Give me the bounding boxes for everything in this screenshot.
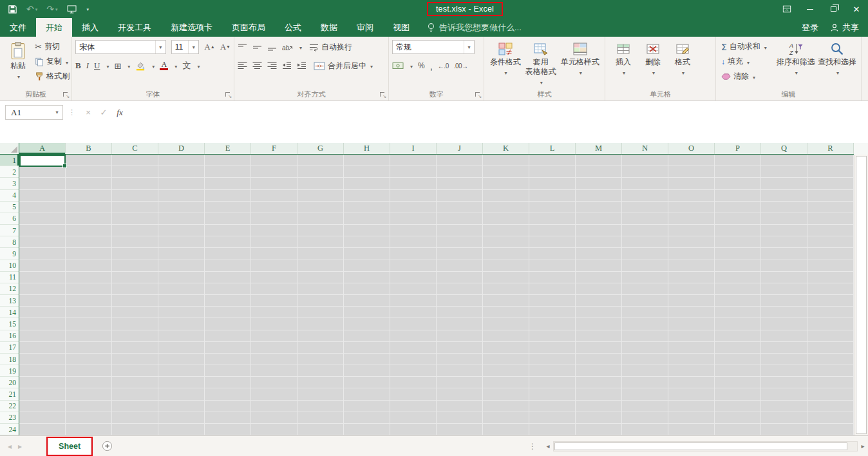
wrap-text-button[interactable]: 自动换行 bbox=[307, 41, 354, 53]
row-header-22[interactable]: 22 bbox=[0, 401, 19, 412]
row-header-9[interactable]: 9 bbox=[0, 248, 19, 260]
copy-dropdown[interactable] bbox=[66, 57, 68, 66]
tab-data[interactable]: 数据 bbox=[311, 18, 347, 37]
cell-styles-dropdown[interactable] bbox=[580, 68, 582, 77]
decrease-decimal-button[interactable]: .00→ bbox=[454, 62, 468, 70]
decrease-indent-button[interactable] bbox=[282, 62, 292, 70]
row-header-2[interactable]: 2 bbox=[0, 166, 19, 178]
align-middle-button[interactable] bbox=[252, 43, 262, 52]
cut-button[interactable]: ✂剪切 bbox=[33, 41, 71, 53]
column-header-C[interactable]: C bbox=[112, 143, 158, 154]
conditional-formatting-dropdown[interactable] bbox=[505, 68, 507, 77]
row-header-15[interactable]: 15 bbox=[0, 318, 19, 330]
row-header-4[interactable]: 4 bbox=[0, 190, 19, 202]
format-cells-button[interactable]: 格式 bbox=[668, 39, 697, 79]
horizontal-scrollbar-track[interactable] bbox=[553, 441, 858, 451]
insert-cells-dropdown[interactable] bbox=[623, 68, 625, 77]
touch-mode-button[interactable] bbox=[67, 5, 77, 14]
cells-grid[interactable] bbox=[19, 155, 854, 435]
align-right-button[interactable] bbox=[267, 62, 277, 70]
alignment-dialog-launcher[interactable] bbox=[379, 91, 386, 99]
undo-button[interactable]: ↶▾ bbox=[26, 5, 37, 14]
sort-filter-button[interactable]: AZ 排序和筛选 bbox=[775, 39, 816, 79]
tab-view[interactable]: 视图 bbox=[383, 18, 419, 37]
column-header-N[interactable]: N bbox=[622, 143, 668, 154]
restore-button[interactable] bbox=[822, 0, 845, 18]
row-header-21[interactable]: 21 bbox=[0, 388, 19, 400]
conditional-formatting-button[interactable]: 条件格式 bbox=[487, 39, 523, 79]
tab-home[interactable]: 开始 bbox=[36, 18, 72, 37]
tab-page-layout[interactable]: 页面布局 bbox=[222, 18, 275, 37]
accounting-dropdown[interactable] bbox=[410, 61, 413, 70]
horizontal-scrollbar[interactable]: ◂ ▸ bbox=[543, 441, 868, 451]
fill-color-button[interactable] bbox=[135, 61, 146, 71]
underline-button[interactable]: U bbox=[94, 61, 100, 71]
fill-button[interactable]: ↓填充 bbox=[719, 55, 775, 68]
insert-cells-button[interactable]: 插入 bbox=[609, 39, 638, 79]
phonetic-dropdown[interactable] bbox=[197, 61, 200, 70]
find-select-dropdown[interactable] bbox=[836, 68, 839, 77]
row-header-12[interactable]: 12 bbox=[0, 283, 19, 295]
autosum-button[interactable]: Σ自动求和 bbox=[719, 41, 775, 53]
autosum-dropdown[interactable] bbox=[764, 43, 767, 52]
row-header-17[interactable]: 17 bbox=[0, 342, 19, 354]
orientation-dropdown[interactable] bbox=[299, 43, 302, 52]
grow-font-button[interactable]: A▲ bbox=[204, 42, 214, 52]
column-header-K[interactable]: K bbox=[483, 143, 529, 154]
align-left-button[interactable] bbox=[238, 62, 247, 70]
column-header-H[interactable]: H bbox=[344, 143, 390, 154]
paste-dropdown[interactable] bbox=[17, 71, 20, 81]
row-header-1[interactable]: 1 bbox=[0, 155, 19, 166]
insert-function-button[interactable]: fx bbox=[111, 108, 128, 118]
cell-styles-button[interactable]: 单元格样式 bbox=[558, 39, 601, 79]
scroll-left-button[interactable]: ◂ bbox=[543, 442, 553, 450]
tell-me-box[interactable]: 告诉我您想要做什么... bbox=[427, 18, 522, 37]
column-header-J[interactable]: J bbox=[437, 143, 483, 154]
sort-filter-dropdown[interactable] bbox=[795, 68, 798, 77]
formula-splitter[interactable]: ⋮ bbox=[68, 108, 75, 117]
delete-cells-dropdown[interactable] bbox=[652, 68, 655, 77]
shrink-font-button[interactable]: A▼ bbox=[220, 42, 231, 52]
clear-button[interactable]: 清除 bbox=[719, 70, 775, 82]
format-as-table-dropdown[interactable] bbox=[540, 77, 543, 86]
column-header-B[interactable]: B bbox=[66, 143, 112, 154]
fill-dropdown[interactable] bbox=[747, 57, 750, 66]
bold-button[interactable]: B bbox=[75, 61, 81, 71]
underline-dropdown[interactable] bbox=[106, 61, 109, 70]
format-as-table-button[interactable]: 套用 表格格式 bbox=[523, 39, 558, 88]
tab-formulas[interactable]: 公式 bbox=[275, 18, 311, 37]
font-size-dropdown[interactable] bbox=[188, 41, 198, 53]
font-name-combo[interactable]: 宋体 bbox=[75, 40, 166, 54]
vertical-scrollbar-thumb[interactable] bbox=[856, 156, 867, 434]
borders-button[interactable]: ⊞ bbox=[114, 61, 121, 71]
row-header-23[interactable]: 23 bbox=[0, 412, 19, 424]
format-painter-button[interactable]: 格式刷 bbox=[33, 70, 71, 82]
row-header-6[interactable]: 6 bbox=[0, 213, 19, 225]
borders-dropdown[interactable] bbox=[127, 61, 130, 70]
align-top-button[interactable] bbox=[238, 43, 247, 52]
formula-input[interactable] bbox=[133, 105, 867, 120]
copy-button[interactable]: 复制 bbox=[33, 55, 71, 68]
phonetic-guide-button[interactable]: 文 bbox=[182, 60, 191, 71]
number-format-dropdown[interactable] bbox=[464, 41, 474, 53]
paste-button[interactable]: 粘贴 bbox=[3, 39, 33, 82]
row-header-16[interactable]: 16 bbox=[0, 330, 19, 342]
enter-button[interactable]: ✓ bbox=[96, 108, 111, 117]
column-header-F[interactable]: F bbox=[251, 143, 297, 154]
column-header-E[interactable]: E bbox=[205, 143, 251, 154]
row-header-10[interactable]: 10 bbox=[0, 260, 19, 272]
comma-style-button[interactable]: , bbox=[430, 61, 433, 71]
tab-review[interactable]: 审阅 bbox=[347, 18, 383, 37]
row-header-24[interactable]: 24 bbox=[0, 424, 19, 435]
vertical-scrollbar[interactable] bbox=[854, 155, 868, 435]
column-header-L[interactable]: L bbox=[529, 143, 576, 154]
name-box[interactable]: A1 bbox=[5, 105, 63, 120]
font-color-button[interactable]: A bbox=[160, 61, 168, 70]
align-center-button[interactable] bbox=[252, 62, 262, 70]
column-header-G[interactable]: G bbox=[297, 143, 344, 154]
close-button[interactable]: ✕ bbox=[845, 0, 868, 18]
row-header-19[interactable]: 19 bbox=[0, 365, 19, 377]
next-sheet-button[interactable]: ▸ bbox=[18, 442, 22, 451]
merge-center-dropdown[interactable] bbox=[370, 61, 373, 70]
row-header-7[interactable]: 7 bbox=[0, 225, 19, 236]
